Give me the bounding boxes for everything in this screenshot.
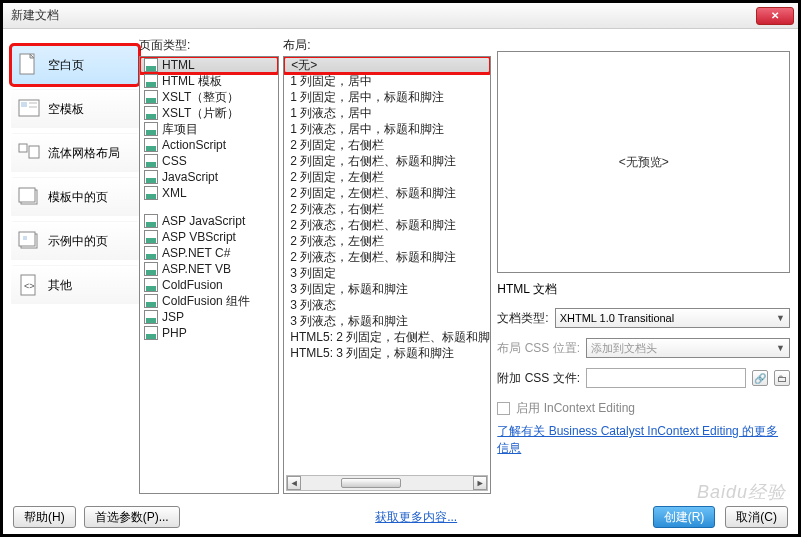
- titlebar[interactable]: 新建文档 ✕: [3, 3, 798, 29]
- layout-item[interactable]: 2 列固定，右侧栏: [284, 137, 490, 153]
- page-type-item[interactable]: JavaScript: [140, 169, 278, 185]
- file-icon: [144, 186, 158, 200]
- doctype-label: 文档类型:: [497, 310, 548, 327]
- layout-item[interactable]: 3 列液态，标题和脚注: [284, 313, 490, 329]
- page-type-item[interactable]: ASP.NET C#: [140, 245, 278, 261]
- layout-label: 2 列液态，右侧栏、标题和脚注: [290, 217, 456, 233]
- help-button[interactable]: 帮助(H): [13, 506, 76, 528]
- layout-item[interactable]: 3 列固定，标题和脚注: [284, 281, 490, 297]
- page-type-item[interactable]: PHP: [140, 325, 278, 341]
- sidebar-item-label: 其他: [48, 277, 72, 294]
- page-type-item[interactable]: JSP: [140, 309, 278, 325]
- sidebar-item-label: 示例中的页: [48, 233, 108, 250]
- close-button[interactable]: ✕: [756, 7, 794, 25]
- page-type-label: ASP.NET VB: [162, 261, 231, 277]
- layout-item[interactable]: 2 列液态，右侧栏: [284, 201, 490, 217]
- scroll-thumb[interactable]: [341, 478, 401, 488]
- page-type-item[interactable]: ActionScript: [140, 137, 278, 153]
- page-type-item[interactable]: ASP VBScript: [140, 229, 278, 245]
- svg-rect-6: [29, 146, 39, 158]
- layout-item[interactable]: 2 列固定，左侧栏、标题和脚注: [284, 185, 490, 201]
- doctype-select[interactable]: XHTML 1.0 Transitional ▼: [555, 308, 790, 328]
- layout-item[interactable]: 1 列固定，居中: [284, 73, 490, 89]
- page-type-item[interactable]: HTML: [140, 57, 278, 73]
- right-panel: <无预览> HTML 文档 文档类型: XHTML 1.0 Transition…: [497, 37, 790, 489]
- page-type-label: ColdFusion 组件: [162, 293, 250, 309]
- layout-item[interactable]: 2 列液态，左侧栏: [284, 233, 490, 249]
- scroll-left-arrow[interactable]: ◄: [287, 476, 301, 490]
- layout-item[interactable]: 1 列液态，居中: [284, 105, 490, 121]
- sidebar: 空白页 空模板 流体网格布局 模板中的页 示例中的页 <> 其他: [11, 37, 139, 489]
- sidebar-item-fluid-grid[interactable]: 流体网格布局: [11, 133, 139, 173]
- file-icon: [144, 310, 158, 324]
- layout-item[interactable]: 1 列固定，居中，标题和脚注: [284, 89, 490, 105]
- page-type-label: PHP: [162, 325, 187, 341]
- layout-item[interactable]: 2 列液态，左侧栏、标题和脚注: [284, 249, 490, 265]
- page-type-item[interactable]: CSS: [140, 153, 278, 169]
- sidebar-item-blank-page[interactable]: 空白页: [11, 45, 139, 85]
- page-type-item[interactable]: XML: [140, 185, 278, 201]
- layout-item[interactable]: 2 列固定，右侧栏、标题和脚注: [284, 153, 490, 169]
- page-type-label: JSP: [162, 309, 184, 325]
- layout-item[interactable]: 1 列液态，居中，标题和脚注: [284, 121, 490, 137]
- svg-rect-3: [29, 102, 37, 104]
- page-type-item[interactable]: XSLT（整页）: [140, 89, 278, 105]
- learn-more-link[interactable]: 了解有关 Business Catalyst InContext Editing…: [497, 424, 778, 455]
- cancel-button[interactable]: 取消(C): [725, 506, 788, 528]
- incontext-label: 启用 InContext Editing: [516, 400, 635, 417]
- layout-label: 1 列固定，居中: [290, 73, 372, 89]
- horizontal-scrollbar[interactable]: ◄ ►: [286, 475, 488, 491]
- layout-item[interactable]: HTML5: 3 列固定，标题和脚注: [284, 345, 490, 361]
- get-more-link[interactable]: 获取更多内容...: [375, 510, 457, 524]
- file-icon: [144, 106, 158, 120]
- layout-column: 布局: <无>1 列固定，居中1 列固定，居中，标题和脚注1 列液态，居中1 列…: [283, 37, 491, 489]
- chevron-down-icon: ▼: [776, 313, 785, 323]
- scroll-right-arrow[interactable]: ►: [473, 476, 487, 490]
- layout-item[interactable]: HTML5: 2 列固定，右侧栏、标题和脚: [284, 329, 490, 345]
- dialog-content: 空白页 空模板 流体网格布局 模板中的页 示例中的页 <> 其他: [3, 29, 798, 489]
- page-type-item[interactable]: ColdFusion 组件: [140, 293, 278, 309]
- layout-item[interactable]: <无>: [284, 57, 490, 73]
- layout-listbox[interactable]: <无>1 列固定，居中1 列固定，居中，标题和脚注1 列液态，居中1 列液态，居…: [283, 56, 491, 494]
- sidebar-item-other[interactable]: <> 其他: [11, 265, 139, 305]
- browse-icon[interactable]: 🗀: [774, 370, 790, 386]
- page-type-item[interactable]: ASP JavaScript: [140, 213, 278, 229]
- link-icon[interactable]: 🔗: [752, 370, 768, 386]
- page-type-item[interactable]: ColdFusion: [140, 277, 278, 293]
- layout-label: 1 列液态，居中，标题和脚注: [290, 121, 444, 137]
- page-type-label: ASP JavaScript: [162, 213, 245, 229]
- page-type-listbox[interactable]: HTMLHTML 模板XSLT（整页）XSLT（片断）库项目ActionScri…: [139, 56, 279, 494]
- page-type-item[interactable]: 库项目: [140, 121, 278, 137]
- layout-label: 3 列固定: [290, 265, 336, 281]
- svg-rect-11: [23, 236, 27, 240]
- attachcss-input[interactable]: [586, 368, 746, 388]
- svg-rect-5: [19, 144, 27, 152]
- layout-label: <无>: [291, 57, 317, 73]
- sidebar-item-label: 流体网格布局: [48, 145, 120, 162]
- layout-label: 2 列固定，左侧栏、标题和脚注: [290, 185, 456, 201]
- layout-item[interactable]: 2 列液态，右侧栏、标题和脚注: [284, 217, 490, 233]
- file-icon: [144, 154, 158, 168]
- prefs-button[interactable]: 首选参数(P)...: [84, 506, 180, 528]
- svg-text:<>: <>: [24, 281, 35, 291]
- page-type-item[interactable]: XSLT（片断）: [140, 105, 278, 121]
- sidebar-item-from-template[interactable]: 模板中的页: [11, 177, 139, 217]
- doctype-row: 文档类型: XHTML 1.0 Transitional ▼: [497, 308, 790, 328]
- create-button[interactable]: 创建(R): [653, 506, 716, 528]
- page-type-label: XSLT（整页）: [162, 89, 239, 105]
- dialog-footer: 帮助(H) 首选参数(P)... 获取更多内容... 创建(R) 取消(C): [13, 506, 788, 528]
- sidebar-item-from-sample[interactable]: 示例中的页: [11, 221, 139, 261]
- dialog-title: 新建文档: [11, 7, 59, 24]
- page-type-item[interactable]: HTML 模板: [140, 73, 278, 89]
- svg-rect-4: [29, 106, 37, 108]
- page-type-label: HTML 模板: [162, 73, 222, 89]
- layout-item[interactable]: 3 列液态: [284, 297, 490, 313]
- page-type-item[interactable]: ASP.NET VB: [140, 261, 278, 277]
- fluid-grid-icon: [18, 142, 40, 164]
- incontext-checkbox[interactable]: [497, 402, 510, 415]
- layout-item[interactable]: 2 列固定，左侧栏: [284, 169, 490, 185]
- layout-label: 2 列液态，左侧栏、标题和脚注: [290, 249, 456, 265]
- layout-item[interactable]: 3 列固定: [284, 265, 490, 281]
- sidebar-item-blank-template[interactable]: 空模板: [11, 89, 139, 129]
- attachcss-row: 附加 CSS 文件: 🔗 🗀: [497, 368, 790, 388]
